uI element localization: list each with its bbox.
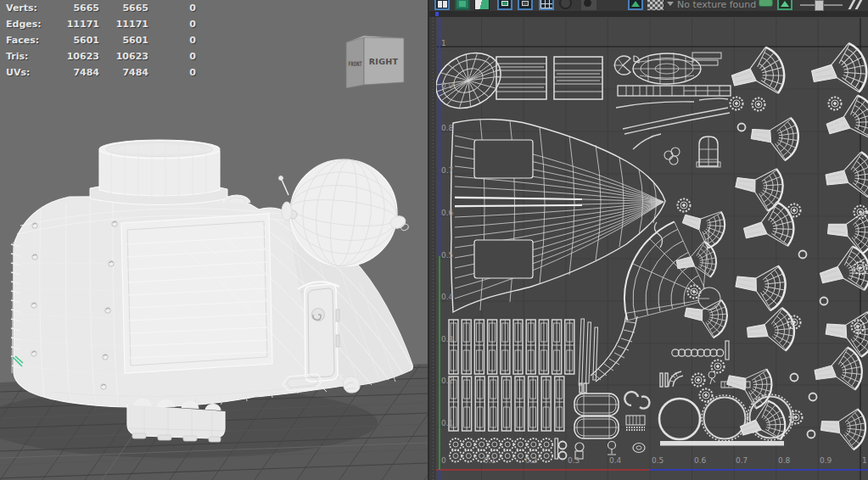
checker-pattern-icon[interactable]	[647, 0, 664, 10]
uv-toolbar: No texture found	[429, 0, 868, 11]
radial-disc-shell	[429, 42, 510, 120]
hud-value: 5601	[53, 35, 99, 51]
crescent-pair	[624, 392, 649, 409]
u-tick-label: 0.3	[568, 456, 580, 465]
u-tick-label: 0.2	[525, 456, 537, 465]
striped-plate-right	[554, 57, 602, 99]
hud-value: 0	[148, 3, 196, 19]
uv-editor-panel[interactable]: No texture found	[428, 0, 868, 480]
v-tick-label: 0.5	[441, 251, 453, 260]
elbow-duct	[669, 371, 683, 387]
scroll-position-tick	[435, 12, 439, 16]
uv-shells	[429, 41, 868, 462]
wireframe-slashes-icon[interactable]	[855, 0, 864, 9]
v-tick-label: 0.1	[441, 419, 453, 427]
view-cube-right-label[interactable]: RIGHT	[369, 57, 399, 66]
perspective-viewport[interactable]: FRONT RIGHT Verts: 5665 5665 0 Edges: 11…	[0, 0, 428, 480]
hud-value: 0	[148, 35, 196, 51]
v-tick-label: 0.6	[441, 209, 453, 217]
striped-plate-left	[496, 57, 546, 99]
u-tick-label: 0.4	[609, 456, 621, 465]
mesh-oval	[633, 53, 701, 84]
hud-value: 7484	[53, 67, 99, 83]
exposure-slider-handle[interactable]	[815, 0, 824, 11]
left-scroll-strip[interactable]	[429, 17, 436, 480]
v-tick-label: 1	[441, 39, 446, 47]
uv-frame-icon[interactable]	[518, 0, 533, 10]
frog-shader-icon[interactable]	[759, 0, 773, 7]
u-tick-label: 0.7	[736, 456, 748, 465]
hud-row-label: Edges:	[6, 19, 53, 35]
image-outline-icon[interactable]	[777, 0, 792, 10]
window-cutout-lower	[474, 240, 533, 278]
poly-count-hud: Verts: 5665 5665 0 Edges: 11171 11171 0 …	[6, 3, 196, 83]
view-cube-front-label[interactable]: FRONT	[349, 60, 362, 68]
u-tick-label: 0.9	[820, 456, 832, 465]
hud-value: 11171	[53, 19, 99, 35]
layout-dual-view-icon[interactable]	[434, 0, 450, 10]
hud-row-label: UVs:	[6, 67, 53, 83]
tiny-sprocket	[708, 371, 715, 384]
capsule-top	[574, 393, 619, 416]
window-cutout-upper	[474, 140, 533, 178]
v-tick-label: 0.3	[441, 335, 453, 343]
hud-value: 10623	[53, 51, 99, 67]
u-tick-label: 1	[862, 456, 867, 465]
toolbar-scroll-strip	[429, 11, 868, 17]
curved-strips	[616, 98, 730, 149]
hull-shield-shell	[451, 120, 665, 312]
view-cube[interactable]: FRONT RIGHT	[346, 36, 404, 88]
hud-value: 5601	[99, 35, 148, 51]
display-image-icon[interactable]	[628, 0, 643, 10]
front-panel	[121, 214, 272, 373]
turret-drum	[90, 140, 227, 205]
u-tick-label: 0.8	[778, 456, 790, 465]
v-tick-label: 0.9	[441, 81, 453, 90]
plank-slats-row-1	[449, 320, 574, 374]
capsule-bottom	[574, 416, 619, 438]
toothed-ring-left	[702, 395, 748, 441]
v-tick-label: 0.2	[441, 377, 453, 385]
uv-image-bordered-icon[interactable]	[497, 0, 512, 10]
hud-row-label: Verts:	[6, 3, 53, 19]
gear-chain-row	[450, 438, 567, 462]
texture-status-dropdown[interactable]: No texture found	[677, 0, 756, 10]
segmented-strip	[618, 86, 731, 96]
u-tick-label: 0.6	[694, 456, 706, 465]
nose-fan-spiral	[624, 221, 720, 321]
hud-value: 11171	[99, 19, 148, 35]
maya-uv-editing-workspace: FRONT RIGHT Verts: 5665 5665 0 Edges: 11…	[0, 0, 868, 480]
flat-bar	[660, 441, 784, 446]
exposure-slider[interactable]	[800, 4, 843, 6]
uv-tiles-grid-icon[interactable]	[539, 0, 554, 10]
pac-wedge	[613, 56, 639, 75]
hud-value: 0	[148, 51, 196, 67]
texture-dropdown-caret[interactable]	[667, 2, 674, 6]
layout-split-view-icon[interactable]	[474, 0, 490, 10]
v-tick-label: 0.7	[441, 166, 453, 175]
hud-value: 0	[148, 19, 196, 35]
hud-value: 0	[148, 67, 196, 83]
v-tick-label: 0.4	[441, 293, 453, 301]
rim-circle	[659, 399, 700, 439]
arched-window	[697, 137, 720, 167]
u-tick-label: 0.1	[484, 456, 496, 465]
hud-value: 5665	[99, 3, 148, 19]
u-tick-label: 0.5	[652, 456, 664, 465]
hud-value: 5665	[53, 3, 99, 19]
tiny-oval	[633, 444, 645, 453]
track-arc	[591, 315, 637, 382]
hud-row-label: Tris:	[6, 51, 53, 67]
hud-value: 10623	[99, 51, 148, 67]
u-tick-label: 0	[441, 456, 446, 465]
clover-piece	[664, 148, 680, 165]
v-tick-label: 0.8	[441, 124, 453, 132]
uv-canvas[interactable]	[429, 0, 868, 480]
sphere-display-icon[interactable]	[581, 0, 596, 10]
layout-single-view-icon[interactable]	[455, 0, 470, 10]
stacked-bars	[692, 53, 721, 65]
tiny-mushroom	[608, 442, 616, 455]
dim-background-icon[interactable]	[559, 0, 572, 9]
hud-row-label: Faces:	[6, 35, 53, 51]
hud-value: 7484	[99, 67, 148, 83]
